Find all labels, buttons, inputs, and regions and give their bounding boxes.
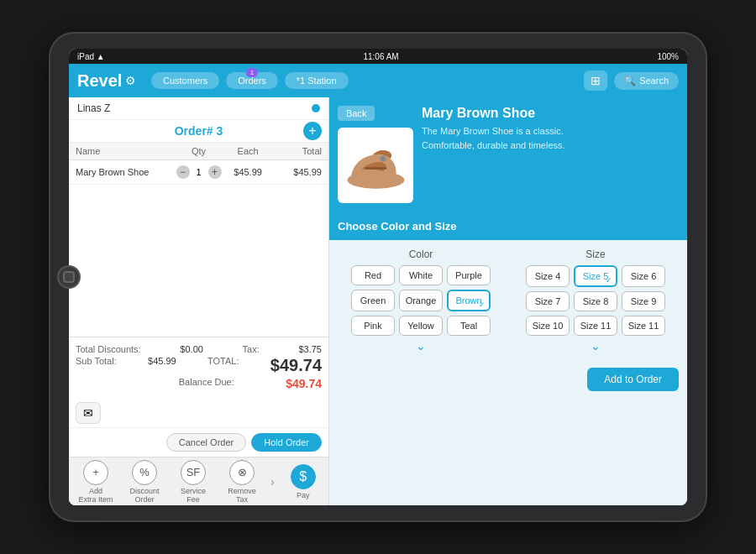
back-button[interactable]: Back	[338, 106, 375, 121]
pay-icon: $	[291, 464, 316, 489]
header: Revel ⚙ Customers Orders 1 *1 Station ⊞ …	[69, 64, 687, 97]
choose-section: Color RedWhitePurpleGreenOrangeBrownPink…	[329, 240, 687, 361]
size-group-label: Size	[512, 248, 679, 260]
color-option-purple[interactable]: Purple	[447, 265, 491, 285]
right-panel: Back	[329, 97, 687, 505]
add-to-order-button[interactable]: Add to Order	[587, 368, 679, 391]
status-left: iPad ▲	[77, 52, 105, 61]
product-desc: The Mary Brown Shoe is a classic. Comfor…	[422, 124, 679, 152]
email-area: ✉	[69, 399, 328, 427]
totals-area: Total Discounts: $0.00 Tax: $3.75 Sub To…	[69, 337, 328, 399]
cancel-order-button[interactable]: Cancel Order	[166, 433, 246, 452]
qty-increase-button[interactable]: +	[208, 165, 222, 179]
size-option-size-6[interactable]: Size 6	[622, 265, 665, 287]
size-option-size-11[interactable]: Size 11	[574, 316, 617, 336]
color-scroll-more[interactable]: ⌄	[338, 339, 504, 353]
size-option-size-7[interactable]: Size 7	[526, 291, 570, 311]
subtotal-label: Sub Total:	[76, 356, 117, 375]
color-option-pink[interactable]: Pink	[351, 316, 395, 336]
size-buttons: Size 4Size 5Size 6Size 7Size 8Size 9Size…	[512, 265, 679, 336]
tax-label: Tax:	[243, 344, 260, 354]
total-value: $49.74	[270, 356, 322, 375]
table-row: Mary Brown Shoe − 1 + $45.99 $45.99	[69, 160, 328, 185]
color-option-yellow[interactable]: Yellow	[399, 316, 443, 336]
size-option-size-8[interactable]: Size 8	[574, 291, 617, 311]
size-scroll-more[interactable]: ⌄	[512, 339, 679, 353]
color-option-white[interactable]: White	[399, 265, 443, 285]
total-label: TOTAL:	[207, 356, 239, 375]
orders-button[interactable]: Orders 1	[226, 72, 278, 89]
home-button[interactable]	[57, 265, 81, 289]
toolbar-add-item[interactable]: + Add Extra Item	[76, 460, 116, 504]
size-option-size-4[interactable]: Size 4	[526, 265, 570, 287]
item-total-price: $45.99	[272, 167, 322, 177]
add-item-icon: +	[83, 460, 108, 485]
discount-label: Discount Order	[129, 487, 159, 504]
size-option-size-10[interactable]: Size 10	[526, 316, 570, 336]
order-title: Order# 3	[175, 124, 223, 138]
hold-order-button[interactable]: Hold Order	[251, 433, 322, 452]
service-fee-label: Service Fee	[173, 487, 213, 504]
item-name: Mary Brown Shoe	[76, 167, 174, 177]
status-bar: iPad ▲ 11:06 AM 100%	[69, 49, 687, 64]
customer-header: Linas Z	[69, 97, 328, 120]
order-actions: Cancel Order Hold Order	[69, 427, 328, 457]
size-option-size-11[interactable]: Size 11	[622, 316, 665, 336]
totals-row-2: Sub Total: $45.99 TOTAL: $49.74	[76, 356, 322, 375]
station-button[interactable]: *1 Station	[285, 72, 349, 89]
discount-icon: %	[132, 460, 157, 485]
toolbar-pay[interactable]: $ Pay	[283, 464, 323, 499]
status-center: 11:06 AM	[363, 52, 398, 61]
search-icon: 🔍	[624, 76, 636, 86]
tax-value: $3.75	[298, 344, 322, 354]
customers-button[interactable]: Customers	[151, 72, 219, 89]
totals-row-3: Balance Due: $49.74	[76, 377, 322, 390]
col-header-qty: Qty	[174, 146, 223, 156]
balance-label: Balance Due:	[179, 377, 234, 390]
totals-row-1: Total Discounts: $0.00 Tax: $3.75	[76, 344, 322, 354]
subtotal-value: $45.99	[148, 356, 176, 375]
qty-decrease-button[interactable]: −	[176, 165, 190, 179]
product-header: Back	[329, 97, 687, 212]
color-option-green[interactable]: Green	[351, 290, 395, 311]
logo-area: Revel ⚙	[77, 71, 144, 91]
qty-control: − 1 +	[174, 165, 223, 179]
size-option-size-9[interactable]: Size 9	[622, 291, 665, 311]
toolbar-service-fee[interactable]: SF Service Fee	[173, 460, 213, 504]
product-name: Mary Brown Shoe	[422, 106, 679, 121]
gear-icon[interactable]: ⚙	[125, 74, 136, 87]
size-option-size-5[interactable]: Size 5	[574, 265, 617, 287]
color-option-teal[interactable]: Teal	[447, 316, 491, 336]
color-option-red[interactable]: Red	[351, 265, 395, 285]
add-item-label: Add Extra Item	[78, 487, 113, 504]
logo-text: Revel	[77, 71, 122, 91]
balance-value: $49.74	[286, 377, 322, 390]
discounts-label: Total Discounts:	[76, 344, 141, 354]
toolbar-chevron[interactable]: ›	[270, 475, 275, 489]
grid-icon-button[interactable]: ⊞	[584, 71, 607, 91]
options-grid: Color RedWhitePurpleGreenOrangeBrownPink…	[338, 248, 679, 353]
orders-badge: 1	[246, 68, 258, 77]
toolbar-remove-tax[interactable]: ⊗ Remove Tax	[222, 460, 262, 504]
choose-title: Choose Color and Size	[338, 220, 457, 233]
email-button[interactable]: ✉	[76, 402, 101, 424]
main-content: Linas Z Order# 3 + Name Qty Each Total	[69, 97, 687, 505]
left-panel: Linas Z Order# 3 + Name Qty Each Total	[69, 97, 329, 505]
add-item-button[interactable]: +	[303, 122, 322, 140]
pay-label: Pay	[297, 491, 310, 499]
color-group-label: Color	[338, 248, 504, 260]
toolbar-discount[interactable]: % Discount Order	[124, 460, 165, 504]
svg-point-2	[380, 155, 386, 161]
items-table-header: Name Qty Each Total	[69, 143, 328, 160]
svg-rect-1	[365, 167, 386, 170]
item-each-price: $45.99	[223, 167, 273, 177]
col-header-total: Total	[272, 146, 322, 156]
color-option-brown[interactable]: Brown	[447, 290, 491, 311]
search-button[interactable]: 🔍 Search	[614, 72, 679, 90]
bottom-toolbar: + Add Extra Item % Discount Order SF Ser…	[69, 457, 328, 505]
color-buttons: RedWhitePurpleGreenOrangeBrownPinkYellow…	[338, 265, 504, 336]
product-image	[338, 128, 413, 203]
remove-tax-label: Remove Tax	[228, 487, 256, 504]
product-info: Mary Brown Shoe The Mary Brown Shoe is a…	[422, 106, 679, 152]
color-option-orange[interactable]: Orange	[399, 290, 443, 311]
